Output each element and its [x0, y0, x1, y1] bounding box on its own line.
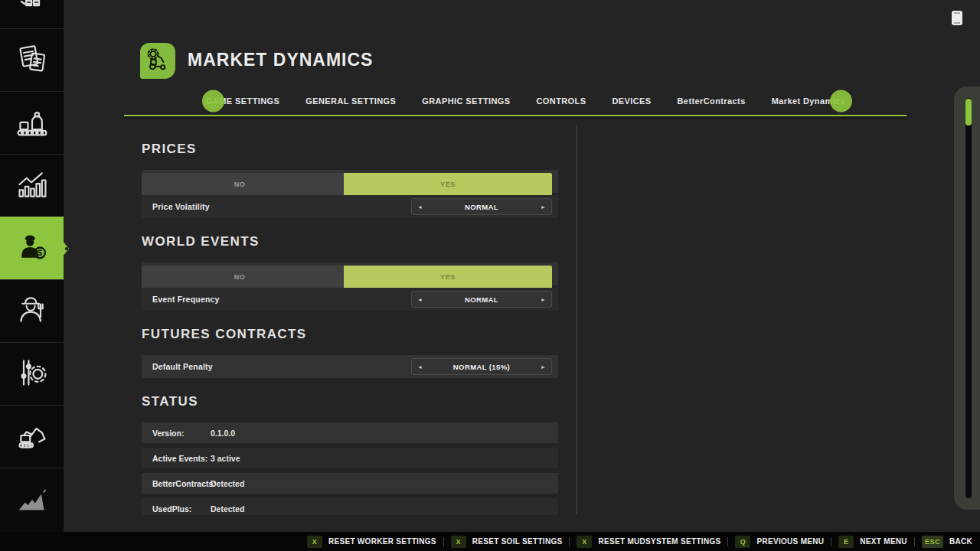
hotkey-label: BACK: [949, 537, 972, 546]
setting-label: Price Volatility: [152, 202, 210, 211]
selected-indicator-dot: [65, 247, 68, 250]
toggle-yes-button[interactable]: YES: [344, 173, 552, 196]
status-label: BetterContracts:: [152, 479, 211, 488]
status-value: Detected: [211, 479, 244, 488]
arrow-left-icon[interactable]: ◄: [417, 204, 423, 210]
hotkey-previous-menu[interactable]: Q PREVIOUS MENU: [735, 536, 824, 548]
hotkey-label: RESET SOIL SETTINGS: [472, 537, 563, 546]
separator: [831, 537, 831, 546]
setting-label: Event Frequency: [152, 295, 220, 304]
mod-app-icon: [140, 43, 175, 79]
arrow-left-icon[interactable]: ◄: [417, 297, 423, 302]
section-title-prices: PRICES: [142, 142, 558, 156]
status-row-usedplus: UsedPlus: Detected: [142, 498, 558, 515]
tab-bettercontracts[interactable]: BetterContracts: [678, 96, 746, 106]
settings-panel: PRICES Dynamic Prices NO YES Price Volat…: [142, 125, 558, 515]
separator: [914, 537, 915, 546]
sidebar-item-production[interactable]: [0, 91, 64, 154]
toggle-yes-button[interactable]: YES: [344, 266, 552, 289]
money-partial-icon: [18, 0, 46, 14]
selector-wrap: ◄ NORMAL (15%) ►: [411, 358, 552, 375]
section-title-status: STATUS: [142, 395, 558, 409]
tab-bar: GAME SETTINGS GENERAL SETTINGS GRAPHIC S…: [206, 90, 845, 112]
hotkey-reset-worker-settings[interactable]: X RESET WORKER SETTINGS: [307, 536, 436, 548]
arrow-left-icon[interactable]: ◄: [417, 364, 423, 370]
toggle-dynamic-prices: NO YES: [142, 173, 552, 196]
setting-row-dynamic-prices: Dynamic Prices NO YES: [142, 170, 558, 193]
key-badge-x: X: [577, 536, 592, 548]
arrow-right-icon[interactable]: ►: [541, 297, 546, 302]
status-label: UsedPlus:: [152, 504, 211, 514]
sidebar-item-terrain[interactable]: [0, 468, 64, 530]
selector-wrap: ◄ NORMAL ►: [411, 198, 552, 215]
tab-graphic-settings[interactable]: GRAPHIC SETTINGS: [422, 96, 510, 106]
hotkey-reset-soil-settings[interactable]: X RESET SOIL SETTINGS: [451, 536, 563, 548]
setting-row-event-frequency: Event Frequency ◄ NORMAL ►: [142, 288, 558, 311]
tab-nav-circle-left: [202, 90, 224, 112]
statistics-icon: [15, 168, 49, 204]
game-settings-screen: $: [0, 0, 980, 551]
setting-row-price-volatility: Price Volatility ◄ NORMAL ►: [142, 195, 558, 218]
tab-market-dynamics[interactable]: Market Dynamics: [772, 96, 846, 106]
selector-default-penalty[interactable]: ◄ NORMAL (15%) ►: [411, 358, 552, 375]
status-row-version: Version: 0.1.0.0: [142, 422, 558, 443]
key-badge-esc: ESC: [922, 536, 943, 548]
section-title-futures-contracts: FUTURES CONTRACTS: [142, 328, 558, 341]
scrollbar-track[interactable]: [965, 98, 972, 498]
production-icon: [15, 105, 49, 142]
arrow-right-icon[interactable]: ►: [541, 204, 546, 210]
status-label: Active Events:: [152, 454, 211, 463]
key-badge-x: X: [307, 536, 322, 548]
selector-value: NORMAL: [412, 295, 551, 304]
toggle-world-events: NO YES: [142, 266, 552, 289]
status-row-active-events: Active Events: 3 active: [142, 448, 558, 468]
selector-event-frequency[interactable]: ◄ NORMAL ►: [411, 291, 552, 308]
tuning-icon: [15, 356, 49, 393]
content-divider: [577, 125, 577, 515]
hotkey-next-menu[interactable]: E NEXT MENU: [838, 536, 907, 548]
selector-value: NORMAL (15%): [412, 363, 551, 371]
setting-row-default-penalty: Default Penalty ◄ NORMAL (15%) ►: [142, 355, 558, 378]
sidebar-item-money[interactable]: [0, 0, 64, 28]
selector-price-volatility[interactable]: ◄ NORMAL ►: [411, 198, 552, 215]
tab-general-settings[interactable]: GENERAL SETTINGS: [305, 96, 396, 106]
separator: [727, 537, 728, 546]
terrain-icon: [15, 481, 49, 518]
contracts-icon: [15, 42, 49, 79]
arrow-right-icon[interactable]: ►: [541, 364, 546, 370]
tab-devices[interactable]: DEVICES: [612, 96, 651, 106]
hotkey-label: PREVIOUS MENU: [756, 537, 824, 546]
hotkey-reset-mudsystem-settings[interactable]: X RESET MUDSYSTEM SETTINGS: [577, 536, 720, 548]
key-badge-q: Q: [735, 536, 750, 548]
hotkey-label: NEXT MENU: [860, 537, 907, 546]
key-badge-x: X: [451, 536, 466, 548]
toggle-no-button[interactable]: NO: [142, 173, 344, 196]
tab-game-settings[interactable]: GAME SETTINGS: [206, 96, 279, 106]
svg-text:$: $: [38, 248, 42, 257]
setting-row-world-events: World Events NO YES: [142, 262, 558, 285]
economy-icon: $: [15, 230, 49, 267]
sidebar-item-construction[interactable]: [0, 405, 64, 468]
sidebar-item-farmer[interactable]: [0, 279, 64, 342]
sidebar-item-tuning[interactable]: [0, 342, 64, 405]
hotkey-label: RESET MUDSYSTEM SETTINGS: [598, 537, 720, 546]
status-value: Detected: [211, 504, 244, 514]
tab-underline: [124, 115, 906, 116]
hotkey-label: RESET WORKER SETTINGS: [328, 537, 436, 546]
bottom-keybind-bar: X RESET WORKER SETTINGS X RESET SOIL SET…: [0, 532, 980, 551]
sidebar-item-contracts[interactable]: [0, 28, 64, 91]
status-value: 0.1.0.0: [211, 429, 235, 438]
sidebar-item-economy[interactable]: $: [0, 217, 64, 279]
separator: [443, 537, 444, 546]
status-value: 3 active: [211, 454, 240, 463]
separator: [569, 537, 570, 546]
scrollbar-thumb[interactable]: [965, 99, 972, 126]
page-title: MARKET DYNAMICS: [188, 50, 373, 70]
status-label: Version:: [152, 429, 211, 438]
sidebar-item-statistics[interactable]: [0, 154, 64, 217]
toggle-no-button[interactable]: NO: [142, 266, 344, 289]
construction-icon: [15, 419, 49, 455]
section-title-world-events: WORLD EVENTS: [142, 235, 558, 249]
hotkey-back[interactable]: ESC BACK: [922, 536, 972, 548]
tab-controls[interactable]: CONTROLS: [537, 96, 586, 106]
